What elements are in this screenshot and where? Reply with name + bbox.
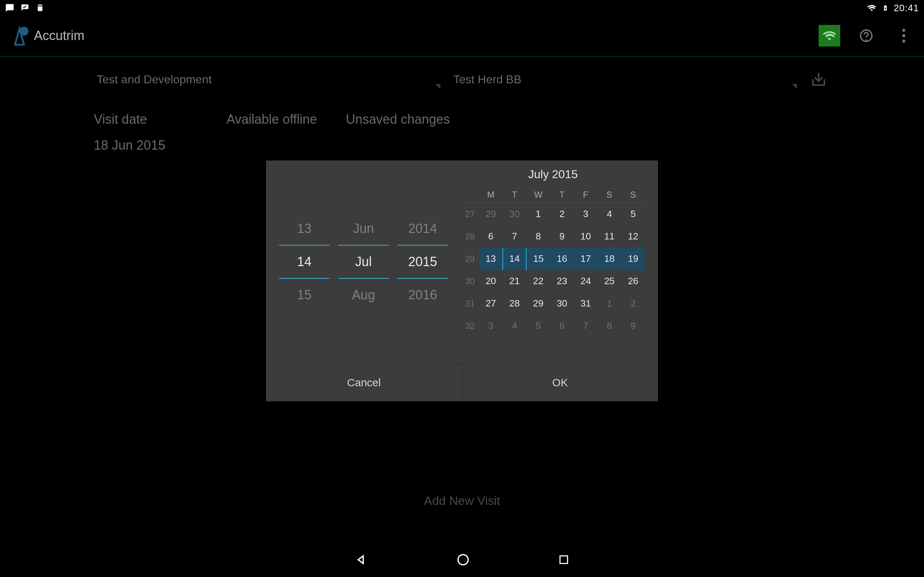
calendar-day[interactable]: 2: [550, 203, 574, 226]
dow-header: F: [574, 187, 598, 203]
calendar-day[interactable]: 23: [550, 270, 574, 292]
calendar-day[interactable]: 22: [526, 270, 550, 292]
dow-header: S: [621, 187, 645, 203]
connection-status-button[interactable]: [819, 25, 840, 47]
calendar-day[interactable]: 7: [503, 226, 527, 248]
date-picker-dialog: 13 14 15 Jun Jul Aug 2014 2015 2016 July…: [266, 161, 658, 401]
calendar-day[interactable]: 29: [526, 292, 550, 315]
calendar-day[interactable]: 8: [526, 226, 550, 248]
calendar-day[interactable]: 5: [526, 315, 550, 337]
year-current[interactable]: 2015: [397, 245, 448, 279]
calendar-day[interactable]: 2: [621, 292, 645, 315]
nav-back-button[interactable]: [354, 552, 369, 567]
dow-header: T: [503, 187, 527, 203]
battery-charging-icon: [882, 3, 888, 13]
calendar-day[interactable]: 15: [526, 248, 550, 270]
calendar-day[interactable]: 5: [621, 203, 645, 226]
herd-select[interactable]: Test Herd BB: [451, 69, 800, 90]
nav-home-button[interactable]: [456, 552, 471, 567]
calendar-day[interactable]: 26: [621, 270, 645, 292]
calendar-day[interactable]: 24: [574, 270, 598, 292]
calendar-day[interactable]: 21: [503, 270, 527, 292]
calendar-day[interactable]: 10: [574, 226, 598, 248]
week-number: 30: [461, 270, 479, 292]
calendar-day[interactable]: 17: [574, 248, 598, 270]
calendar: July 2015 MTWTFSS 2729301234528678910111…: [461, 161, 658, 363]
day-next[interactable]: 15: [279, 279, 330, 311]
col-unsaved-changes: Unsaved changes: [346, 112, 450, 127]
week-number: 32: [461, 315, 479, 337]
dow-header: W: [526, 187, 550, 203]
app-logo-icon: [9, 25, 30, 47]
year-prev[interactable]: 2014: [397, 213, 448, 245]
add-new-visit-button[interactable]: Add New Visit: [0, 487, 924, 514]
clock-time: 20:41: [894, 3, 919, 14]
calendar-day[interactable]: 31: [574, 292, 598, 315]
calendar-day[interactable]: 29: [479, 203, 503, 226]
calendar-day[interactable]: 3: [479, 315, 503, 337]
help-button[interactable]: [855, 24, 878, 47]
calendar-day[interactable]: 4: [598, 203, 622, 226]
calendar-day[interactable]: 30: [550, 292, 574, 315]
ok-button[interactable]: OK: [462, 364, 658, 401]
svg-point-4: [458, 554, 468, 565]
svg-rect-5: [560, 556, 568, 564]
week-number: 31: [461, 292, 479, 315]
calendar-day[interactable]: 16: [550, 248, 574, 270]
download-done-icon: [20, 3, 30, 13]
col-available-offline: Available offline: [226, 112, 317, 127]
month-next[interactable]: Aug: [338, 279, 389, 311]
calendar-day[interactable]: 28: [503, 292, 527, 315]
calendar-day[interactable]: 1: [598, 292, 622, 315]
calendar-day[interactable]: 3: [574, 203, 598, 226]
svg-point-1: [902, 29, 905, 32]
calendar-day[interactable]: 11: [598, 226, 622, 248]
calendar-day[interactable]: 27: [479, 292, 503, 315]
date-spinners: 13 14 15 Jun Jul Aug 2014 2015 2016: [266, 161, 461, 363]
visit-date-value[interactable]: 18 Jun 2015: [94, 138, 830, 153]
svg-point-3: [902, 40, 905, 43]
calendar-day[interactable]: 9: [550, 226, 574, 248]
month-prev[interactable]: Jun: [338, 213, 389, 245]
calendar-day[interactable]: 30: [503, 203, 527, 226]
calendar-day[interactable]: 25: [598, 270, 622, 292]
wifi-icon: [866, 3, 877, 13]
calendar-day[interactable]: 6: [550, 315, 574, 337]
calendar-day[interactable]: 9: [621, 315, 645, 337]
calendar-day[interactable]: 6: [479, 226, 503, 248]
android-debug-icon: [36, 3, 45, 13]
calendar-day[interactable]: 20: [479, 270, 503, 292]
dow-header: M: [479, 187, 503, 203]
day-spinner[interactable]: 13 14 15: [279, 213, 330, 311]
year-spinner[interactable]: 2014 2015 2016: [397, 213, 448, 311]
col-visit-date: Visit date: [94, 112, 147, 127]
action-bar: Accutrim: [0, 16, 924, 56]
nav-bar: [0, 542, 924, 577]
week-number: 28: [461, 226, 479, 248]
status-bar: 20:41: [0, 0, 924, 16]
overflow-menu-button[interactable]: [892, 24, 915, 47]
week-number: 27: [461, 203, 479, 226]
calendar-day[interactable]: 19: [621, 248, 645, 270]
week-number: 29: [461, 248, 479, 270]
month-spinner[interactable]: Jun Jul Aug: [338, 213, 389, 311]
calendar-day[interactable]: 7: [574, 315, 598, 337]
download-herd-button[interactable]: [807, 68, 830, 91]
organization-select[interactable]: Test and Development: [94, 69, 443, 90]
calendar-title: July 2015: [461, 168, 645, 181]
cancel-button[interactable]: Cancel: [266, 364, 462, 401]
calendar-day[interactable]: 1: [526, 203, 550, 226]
day-current[interactable]: 14: [279, 245, 330, 279]
calendar-day[interactable]: 8: [598, 315, 622, 337]
calendar-day[interactable]: 4: [503, 315, 527, 337]
dow-header: T: [550, 187, 574, 203]
year-next[interactable]: 2016: [397, 279, 448, 311]
calendar-day[interactable]: 14: [503, 248, 527, 270]
calendar-day[interactable]: 12: [621, 226, 645, 248]
day-prev[interactable]: 13: [279, 213, 330, 245]
nav-recent-button[interactable]: [557, 553, 570, 566]
calendar-day[interactable]: 18: [598, 248, 622, 270]
app-title: Accutrim: [34, 28, 84, 43]
calendar-day[interactable]: 13: [479, 248, 503, 270]
month-current[interactable]: Jul: [338, 245, 389, 279]
